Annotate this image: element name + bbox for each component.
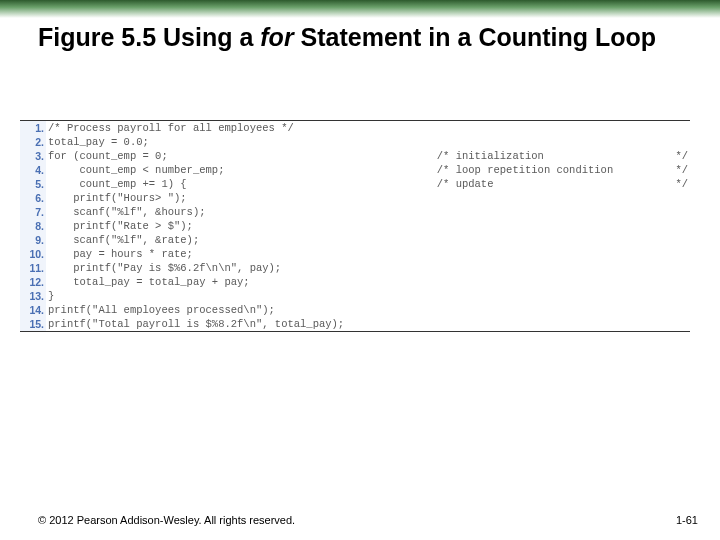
- line-number: 7.: [20, 205, 46, 219]
- comment-text: [435, 191, 669, 205]
- code-line: 13.}: [20, 289, 690, 303]
- comment-close: [668, 289, 690, 303]
- comment-close: [668, 261, 690, 275]
- comment-text: [435, 261, 669, 275]
- code-line: 2.total_pay = 0.0;: [20, 135, 690, 149]
- comment-text: [435, 219, 669, 233]
- code-text: printf("Rate > $");: [46, 219, 435, 233]
- line-number: 5.: [20, 177, 46, 191]
- page-number: 1-61: [676, 514, 698, 526]
- comment-close: */: [668, 163, 690, 177]
- code-line: 14.printf("All employees processed\n");: [20, 303, 690, 317]
- comment-text: [435, 303, 669, 317]
- comment-close: [668, 275, 690, 289]
- comment-text: [435, 205, 669, 219]
- line-number: 1.: [20, 121, 46, 136]
- line-number: 3.: [20, 149, 46, 163]
- code-text: total_pay = 0.0;: [46, 135, 435, 149]
- code-line: 10. pay = hours * rate;: [20, 247, 690, 261]
- code-text: count_emp += 1) {: [46, 177, 435, 191]
- code-line: 7. scanf("%lf", &hours);: [20, 205, 690, 219]
- comment-close: [668, 191, 690, 205]
- comment-close: */: [668, 149, 690, 163]
- line-number: 8.: [20, 219, 46, 233]
- comment-text: [435, 275, 669, 289]
- line-number: 12.: [20, 275, 46, 289]
- line-number: 4.: [20, 163, 46, 177]
- code-line: 4. count_emp < number_emp;/* loop repeti…: [20, 163, 690, 177]
- code-line: 12. total_pay = total_pay + pay;: [20, 275, 690, 289]
- code-text: printf("Total payroll is $%8.2f\n", tota…: [46, 317, 435, 332]
- code-line: 15.printf("Total payroll is $%8.2f\n", t…: [20, 317, 690, 332]
- comment-text: [435, 317, 669, 332]
- slide-title: Figure 5.5 Using a for Statement in a Co…: [38, 22, 690, 53]
- title-italic: for: [260, 23, 293, 51]
- code-line: 9. scanf("%lf", &rate);: [20, 233, 690, 247]
- code-text: count_emp < number_emp;: [46, 163, 435, 177]
- comment-close: [668, 233, 690, 247]
- code-text: printf("Pay is $%6.2f\n\n", pay);: [46, 261, 435, 275]
- code-text: for (count_emp = 0;: [46, 149, 435, 163]
- code-text: printf("All employees processed\n");: [46, 303, 435, 317]
- code-line: 5. count_emp += 1) {/* update*/: [20, 177, 690, 191]
- title-post: Statement in a Counting Loop: [294, 23, 656, 51]
- line-number: 9.: [20, 233, 46, 247]
- code-text: scanf("%lf", &hours);: [46, 205, 435, 219]
- code-table: 1./* Process payroll for all employees *…: [20, 120, 690, 332]
- comment-text: [435, 135, 669, 149]
- code-text: scanf("%lf", &rate);: [46, 233, 435, 247]
- code-text: /* Process payroll for all employees */: [46, 121, 435, 136]
- code-line: 1./* Process payroll for all employees *…: [20, 121, 690, 136]
- line-number: 15.: [20, 317, 46, 332]
- comment-text: [435, 289, 669, 303]
- code-line: 11. printf("Pay is $%6.2f\n\n", pay);: [20, 261, 690, 275]
- line-number: 11.: [20, 261, 46, 275]
- line-number: 10.: [20, 247, 46, 261]
- line-number: 6.: [20, 191, 46, 205]
- comment-text: /* initialization: [435, 149, 669, 163]
- comment-close: [668, 219, 690, 233]
- line-number: 13.: [20, 289, 46, 303]
- comment-text: /* loop repetition condition: [435, 163, 669, 177]
- line-number: 14.: [20, 303, 46, 317]
- code-listing: 1./* Process payroll for all employees *…: [20, 120, 690, 332]
- comment-text: /* update: [435, 177, 669, 191]
- title-pre: Figure 5.5 Using a: [38, 23, 260, 51]
- code-text: pay = hours * rate;: [46, 247, 435, 261]
- comment-close: [668, 247, 690, 261]
- code-text: }: [46, 289, 435, 303]
- top-gradient-bar: [0, 0, 720, 18]
- line-number: 2.: [20, 135, 46, 149]
- copyright-footer: © 2012 Pearson Addison-Wesley. All right…: [38, 514, 690, 526]
- comment-text: [435, 247, 669, 261]
- code-text: printf("Hours> ");: [46, 191, 435, 205]
- code-text: total_pay = total_pay + pay;: [46, 275, 435, 289]
- slide: Figure 5.5 Using a for Statement in a Co…: [0, 0, 720, 540]
- comment-close: [668, 121, 690, 136]
- comment-close: */: [668, 177, 690, 191]
- comment-close: [668, 317, 690, 332]
- code-line: 8. printf("Rate > $");: [20, 219, 690, 233]
- code-line: 3.for (count_emp = 0;/* initialization*/: [20, 149, 690, 163]
- comment-close: [668, 303, 690, 317]
- code-line: 6. printf("Hours> ");: [20, 191, 690, 205]
- comment-text: [435, 233, 669, 247]
- comment-close: [668, 135, 690, 149]
- comment-close: [668, 205, 690, 219]
- comment-text: [435, 121, 669, 136]
